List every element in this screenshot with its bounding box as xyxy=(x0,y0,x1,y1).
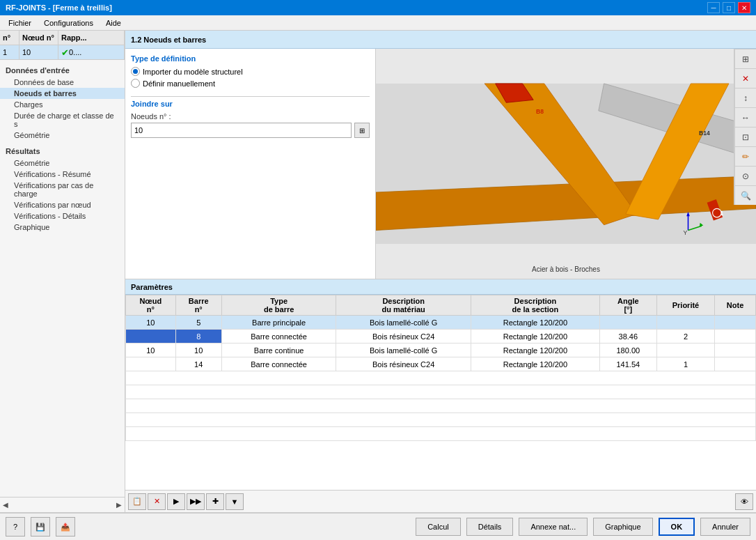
scroll-left-icon[interactable]: ◀ xyxy=(3,501,8,509)
nav-verif-resume[interactable]: Vérifications - Résumé xyxy=(0,169,125,180)
annexe-button[interactable]: Annexe nat... xyxy=(519,518,588,536)
cell-materiau: Bois lamellé-collé G xyxy=(336,344,471,357)
sidebar-table-row[interactable]: 1 10 ✔ 0.... xyxy=(0,45,125,59)
annuler-button[interactable]: Annuler xyxy=(700,518,750,536)
view-label: Acier à bois - Broches xyxy=(532,265,600,273)
col-noeud: Nœud n° xyxy=(19,31,58,45)
table-toolbar: 📋 ✕ ▶ ▶▶ ✚ ▼ 👁 xyxy=(125,490,756,512)
scroll-right-icon[interactable]: ▶ xyxy=(116,501,122,509)
table-row[interactable]: 14 Barre connectée Bois résineux C24 Rec… xyxy=(126,357,756,371)
sidebar-scroll: ◀ ▶ xyxy=(0,497,125,512)
nav-geometrie-out[interactable]: Géométrie xyxy=(0,157,125,169)
cell-angle: 141.54 xyxy=(599,357,656,371)
bottom-icon-2[interactable]: 💾 xyxy=(31,517,50,537)
nav-duree[interactable]: Durée de charge et classe de s xyxy=(0,110,125,130)
noeud-input[interactable] xyxy=(131,123,352,138)
noeud-label: Noeuds n° : xyxy=(131,112,370,121)
table-row[interactable]: 10 10 Barre continue Bois lamellé-collé … xyxy=(126,344,756,357)
maximize-button[interactable]: □ xyxy=(723,2,735,13)
svg-text:B8: B8 xyxy=(536,108,544,115)
radio-definir-input[interactable] xyxy=(131,79,140,88)
view-btn-5[interactable]: ⊡ xyxy=(734,127,756,146)
cell-note xyxy=(715,316,756,330)
table-row-empty xyxy=(126,427,756,441)
view-btn-4[interactable]: ↔ xyxy=(734,107,756,127)
menu-aide[interactable]: Aide xyxy=(100,16,127,30)
nav-verif-noeud[interactable]: Vérifications par nœud xyxy=(0,199,125,210)
title-text: RF-JOINTS - [Ferme à treillis] xyxy=(6,3,112,12)
th-angle: Angle[°] xyxy=(599,295,656,316)
table-row-empty xyxy=(126,371,756,385)
radio-importer[interactable]: Importer du modèle structurel xyxy=(131,67,370,76)
nav-verif-cas[interactable]: Vérifications par cas de charge xyxy=(0,180,125,199)
menu-fichier[interactable]: Fichier xyxy=(3,16,37,30)
nav-donnees-base[interactable]: Données de base xyxy=(0,77,125,88)
tb-filter-button[interactable]: ▼ xyxy=(226,493,244,510)
menu-bar: Fichier Configurations Aide xyxy=(0,15,756,31)
view-btn-7[interactable]: ⊙ xyxy=(734,166,756,185)
cell-noeud: 10 xyxy=(126,344,176,357)
sidebar: n° Nœud n° Rapp... 1 10 ✔ 0.... Données … xyxy=(0,31,125,512)
bottom-icon-1[interactable]: ? xyxy=(6,517,25,537)
radio-group: Importer du modèle structurel Définir ma… xyxy=(131,67,370,88)
menu-configurations[interactable]: Configurations xyxy=(38,16,99,30)
params-table: Nœudn° Barren° Typede barre Descriptiond… xyxy=(125,295,756,441)
row-noeud: 10 xyxy=(19,45,58,59)
nav-geometrie-in[interactable]: Géométrie xyxy=(0,130,125,141)
view-btn-6[interactable]: ✏ xyxy=(734,146,756,166)
params-header: Paramètres xyxy=(125,279,756,295)
cell-type: Barre principale xyxy=(221,316,336,330)
tb-delete-button[interactable]: ✕ xyxy=(148,493,166,510)
tb-add-button[interactable]: 📋 xyxy=(128,493,146,510)
cell-type: Barre connectée xyxy=(221,330,336,344)
col-rapp: Rapp... xyxy=(58,31,125,45)
col-n: n° xyxy=(0,31,19,45)
calcul-button[interactable]: Calcul xyxy=(416,518,461,536)
graphique-button[interactable]: Graphique xyxy=(593,518,652,536)
table-row-empty xyxy=(126,399,756,413)
nav-noeuds-barres[interactable]: Noeuds et barres xyxy=(0,88,125,99)
ok-button[interactable]: OK xyxy=(659,518,695,536)
tb-eye-button[interactable]: 👁 xyxy=(735,493,753,510)
table-row[interactable]: 8 Barre connectée Bois résineux C24 Rect… xyxy=(126,330,756,344)
table-row-empty xyxy=(126,385,756,399)
form-panel: Type de définition Importer du modèle st… xyxy=(125,49,376,279)
th-type: Typede barre xyxy=(221,295,336,316)
cell-priorite: 1 xyxy=(656,357,714,371)
type-definition-label: Type de définition xyxy=(131,54,370,63)
cell-section: Rectangle 120/200 xyxy=(471,344,599,357)
row-n: 1 xyxy=(0,45,19,59)
view-btn-3[interactable]: ↕ xyxy=(734,88,756,107)
tb-end-button[interactable]: ▶▶ xyxy=(187,493,205,510)
view-btn-2[interactable]: ✕ xyxy=(734,68,756,88)
cell-section: Rectangle 120/200 xyxy=(471,357,599,371)
details-button[interactable]: Détails xyxy=(466,518,514,536)
cell-materiau: Bois lamellé-collé G xyxy=(336,316,471,330)
noeud-pick-button[interactable]: ⊞ xyxy=(354,123,370,138)
content-area: 1.2 Noeuds et barres Type de définition … xyxy=(125,31,756,512)
bottom-icon-3[interactable]: 📤 xyxy=(56,517,75,537)
scene-svg: 1 B8 B14 B10 Y xyxy=(376,49,756,279)
params-section: Paramètres Nœudn° Barren° Typede barre D… xyxy=(125,279,756,512)
tb-insert-button[interactable]: ✚ xyxy=(206,493,224,510)
tb-next-button[interactable]: ▶ xyxy=(167,493,185,510)
close-button[interactable]: ✕ xyxy=(738,2,750,13)
bottom-bar: ? 💾 📤 Calcul Détails Annexe nat... Graph… xyxy=(0,512,756,540)
nav-section-donnees: Données d'entrée xyxy=(0,64,125,77)
cell-materiau: Bois résineux C24 xyxy=(336,330,471,344)
row-rapp: ✔ 0.... xyxy=(58,45,125,59)
nav-charges[interactable]: Charges xyxy=(0,99,125,110)
cell-noeud xyxy=(126,357,176,371)
minimize-button[interactable]: ─ xyxy=(707,2,720,13)
view-btn-8[interactable]: 🔍 xyxy=(734,185,756,205)
th-section: Descriptionde la section xyxy=(471,295,599,316)
cell-priorite xyxy=(656,344,714,357)
radio-importer-input[interactable] xyxy=(131,67,140,76)
cell-section: Rectangle 120/200 xyxy=(471,316,599,330)
cell-section: Rectangle 120/200 xyxy=(471,330,599,344)
nav-graphique[interactable]: Graphique xyxy=(0,222,125,233)
radio-definir[interactable]: Définir manuellement xyxy=(131,79,370,88)
nav-verif-details[interactable]: Vérifications - Détails xyxy=(0,210,125,222)
table-row[interactable]: 10 5 Barre principale Bois lamellé-collé… xyxy=(126,316,756,330)
view-btn-1[interactable]: ⊞ xyxy=(734,49,756,68)
